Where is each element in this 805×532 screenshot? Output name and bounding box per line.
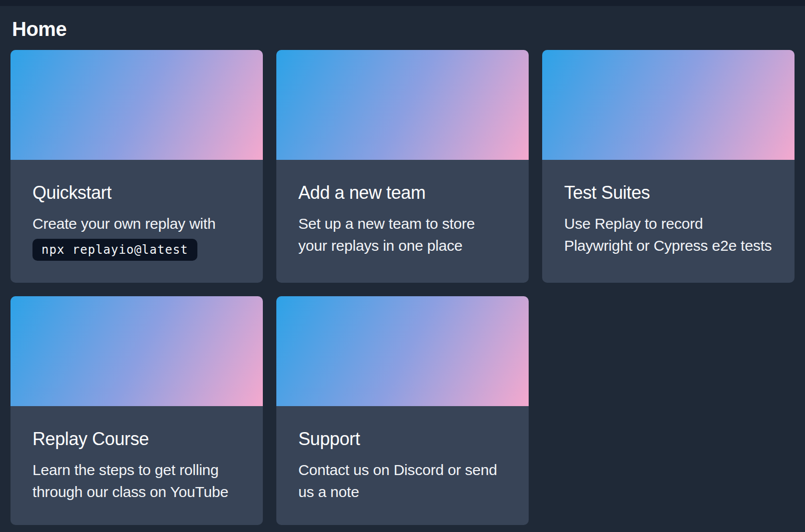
- home-cards-grid: Quickstart Create your own replay with n…: [0, 50, 805, 525]
- card-quickstart[interactable]: Quickstart Create your own replay with n…: [10, 50, 263, 283]
- page-title: Home: [12, 17, 805, 41]
- window-top-edge: [0, 0, 805, 6]
- card-gradient-banner: [10, 50, 263, 160]
- card-description: Use Replay to record Playwright or Cypre…: [564, 213, 773, 257]
- card-body: Quickstart Create your own replay with n…: [10, 160, 263, 283]
- card-body: Add a new team Set up a new team to stor…: [276, 160, 529, 283]
- card-replay-course[interactable]: Replay Course Learn the steps to get rol…: [10, 296, 263, 525]
- card-description: Learn the steps to get rolling through o…: [32, 459, 241, 503]
- card-test-suites[interactable]: Test Suites Use Replay to record Playwri…: [542, 50, 795, 283]
- card-gradient-banner: [10, 296, 263, 406]
- card-description: Set up a new team to store your replays …: [298, 213, 507, 257]
- card-title: Replay Course: [32, 428, 241, 450]
- card-description-text: Create your own replay with: [32, 215, 215, 232]
- card-body: Replay Course Learn the steps to get rol…: [10, 406, 263, 525]
- card-title: Test Suites: [564, 182, 773, 204]
- cli-command-code: npx replayio@latest: [32, 239, 197, 261]
- card-title: Support: [298, 428, 507, 450]
- card-description: Create your own replay with npx replayio…: [32, 213, 241, 261]
- card-body: Support Contact us on Discord or send us…: [276, 406, 529, 525]
- card-gradient-banner: [276, 50, 529, 160]
- card-body: Test Suites Use Replay to record Playwri…: [542, 160, 795, 283]
- card-description: Contact us on Discord or send us a note: [298, 459, 507, 503]
- card-support[interactable]: Support Contact us on Discord or send us…: [276, 296, 529, 525]
- card-gradient-banner: [542, 50, 795, 160]
- card-title: Add a new team: [298, 182, 507, 204]
- card-gradient-banner: [276, 296, 529, 406]
- card-title: Quickstart: [32, 182, 241, 204]
- card-add-new-team[interactable]: Add a new team Set up a new team to stor…: [276, 50, 529, 283]
